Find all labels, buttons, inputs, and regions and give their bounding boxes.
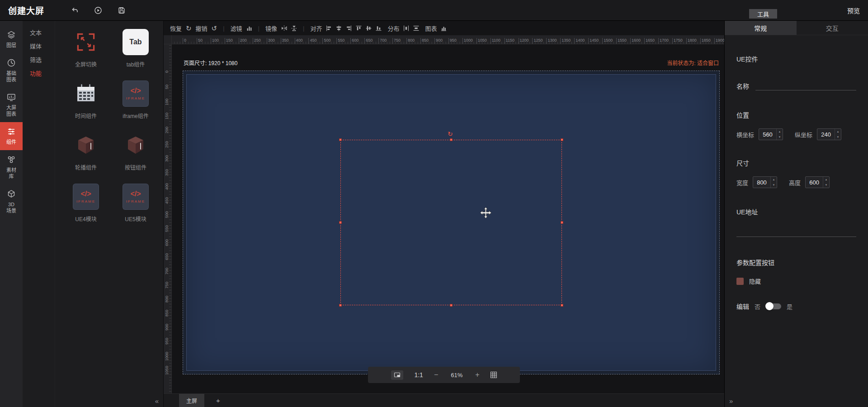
hide-label: 隐藏 — [749, 277, 761, 285]
mirror-button[interactable]: 镜像 — [265, 24, 277, 33]
tab-general[interactable]: 常规 — [725, 21, 797, 35]
filter-button[interactable]: 滤镜 — [231, 24, 242, 33]
width-input[interactable] — [753, 177, 770, 188]
sidebar-item-material-library[interactable]: 素材库 — [0, 150, 23, 185]
undo-icon[interactable]: ↺ — [212, 25, 217, 32]
x-step-up-icon[interactable]: ▲ — [777, 129, 783, 134]
component-carousel[interactable]: 轮播组件 — [63, 131, 108, 183]
tools-tab[interactable]: 工具 — [749, 9, 777, 19]
canvas-area: 恢复 ↻ 撤销 ↺ | 滤镜 | 镜像 — [164, 21, 724, 407]
x-coordinate-label: 横坐标 — [736, 130, 754, 139]
sliders-icon — [7, 127, 16, 136]
category-media[interactable]: 媒体 — [23, 40, 55, 53]
align-button[interactable]: 对齐 — [310, 24, 322, 33]
screen-tab-main[interactable]: 主屏 — [179, 394, 204, 407]
expand-panel-button[interactable]: » — [729, 397, 733, 405]
y-input[interactable] — [817, 129, 835, 140]
ruler-tick: 900 — [165, 324, 169, 331]
sidebar-item-basic-charts[interactable]: 基础图表 — [0, 53, 23, 88]
category-filter[interactable]: 筛选 — [23, 53, 55, 67]
component-iframe[interactable]: </> IFRAME iframe组件 — [113, 80, 158, 131]
resize-handle-se[interactable] — [561, 304, 563, 307]
resize-handle-sw[interactable] — [339, 304, 342, 307]
component-time[interactable]: 时间组件 — [63, 80, 108, 131]
resize-handle-n[interactable] — [450, 138, 453, 141]
collapse-panel-button[interactable]: « — [155, 397, 159, 405]
back-arrow-icon — [71, 6, 79, 14]
align-left-icon[interactable] — [326, 25, 332, 31]
component-fullscreen-toggle[interactable]: 全屏切换 — [63, 28, 108, 80]
name-input[interactable] — [755, 80, 856, 90]
component-ue4-module[interactable]: </> IFRAME UE4模块 — [63, 183, 108, 234]
preview-button[interactable]: 预览 — [847, 6, 860, 15]
ruler-tick: 150 — [165, 113, 169, 119]
width-step-down-icon[interactable]: ▼ — [771, 182, 777, 188]
sidebar-item-3d-scene[interactable]: 3D场景 — [0, 185, 23, 219]
restore-button[interactable]: 恢复 — [170, 24, 182, 33]
sidebar-item-screen-charts[interactable]: 大屏图表 — [0, 88, 23, 122]
filter-chart-icon[interactable] — [246, 25, 252, 31]
vertical-ruler[interactable]: 0501001502002503003504004505005506006507… — [164, 44, 172, 393]
fit-screen-button[interactable] — [391, 370, 403, 380]
component-ue5-module[interactable]: </> IFRAME UE5模块 — [113, 183, 158, 234]
canvas-toolbar: 恢复 ↻ 撤销 ↺ | 滤镜 | 镜像 — [164, 21, 724, 35]
save-button[interactable] — [118, 6, 126, 14]
mirror-horizontal-icon[interactable] — [281, 25, 287, 31]
width-step-up-icon[interactable]: ▲ — [771, 177, 777, 182]
rotate-handle[interactable]: ↻ — [448, 130, 453, 137]
zoom-1-1-button[interactable]: 1:1 — [414, 371, 423, 379]
resize-handle-w[interactable] — [339, 221, 342, 224]
y-coordinate-field: ▲ ▼ — [817, 128, 841, 140]
back-button[interactable] — [71, 6, 79, 14]
height-input[interactable] — [806, 177, 823, 188]
resize-handle-ne[interactable] — [561, 138, 563, 141]
height-step-down-icon[interactable]: ▼ — [823, 182, 829, 188]
play-button[interactable] — [94, 6, 102, 14]
ruler-tick: 250 — [253, 38, 261, 44]
distribute-horizontal-icon[interactable] — [403, 25, 409, 31]
cube-icon — [7, 189, 16, 199]
add-screen-button[interactable]: + — [216, 397, 220, 404]
sidebar-item-components[interactable]: 组件 — [0, 122, 23, 150]
horizontal-ruler[interactable]: 0501001502002503003504004505005506006507… — [164, 35, 724, 44]
y-step-up-icon[interactable]: ▲ — [835, 129, 841, 134]
chart-bar-icon[interactable] — [441, 25, 447, 31]
align-bottom-icon[interactable] — [376, 25, 382, 31]
grid-toggle-button[interactable] — [491, 372, 497, 378]
hide-checkbox[interactable] — [736, 278, 744, 285]
component-tab[interactable]: Tab tab组件 — [113, 28, 158, 80]
zoom-in-button[interactable]: + — [475, 371, 479, 379]
zoom-out-button[interactable]: − — [434, 371, 438, 379]
align-top-icon[interactable] — [356, 25, 362, 31]
toggle-knob — [765, 302, 774, 310]
ruler-tick: 300 — [267, 38, 275, 44]
align-center-vertical-icon[interactable] — [366, 25, 372, 31]
sidebar-item-layers[interactable]: 图层 — [0, 25, 23, 53]
distribute-vertical-icon[interactable] — [413, 25, 419, 31]
edit-toggle[interactable] — [766, 303, 781, 309]
component-grid: 全屏切换 Tab tab组件 — [63, 28, 163, 234]
align-center-horizontal-icon[interactable] — [336, 25, 342, 31]
x-step-down-icon[interactable]: ▼ — [777, 134, 783, 140]
redo-icon[interactable]: ↻ — [186, 25, 192, 32]
y-step-down-icon[interactable]: ▼ — [835, 134, 841, 140]
tab-interaction[interactable]: 交互 — [797, 21, 868, 35]
distribute-button[interactable]: 分布 — [387, 24, 399, 33]
chart-button[interactable]: 图表 — [425, 24, 437, 33]
selected-element[interactable]: ↻ — [340, 140, 562, 305]
ue-address-input[interactable] — [736, 226, 856, 237]
height-step-up-icon[interactable]: ▲ — [823, 177, 829, 182]
inspector-panel: 常规 交互 UE控件 名称 位置 横坐标 ▲ ▼ — [724, 21, 868, 407]
category-text[interactable]: 文本 — [23, 26, 55, 40]
resize-handle-s[interactable] — [450, 304, 453, 307]
category-function[interactable]: 功能 — [23, 67, 55, 80]
mirror-vertical-icon[interactable] — [291, 25, 297, 31]
undo-button[interactable]: 撤销 — [196, 24, 208, 33]
resize-handle-e[interactable] — [561, 221, 563, 224]
resize-handle-nw[interactable] — [339, 138, 342, 141]
x-input[interactable] — [759, 129, 776, 140]
ruler-tick: 700 — [165, 268, 169, 274]
component-button[interactable]: 按钮组件 — [113, 131, 158, 183]
ruler-tick: 300 — [165, 155, 169, 162]
align-right-icon[interactable] — [346, 25, 352, 31]
